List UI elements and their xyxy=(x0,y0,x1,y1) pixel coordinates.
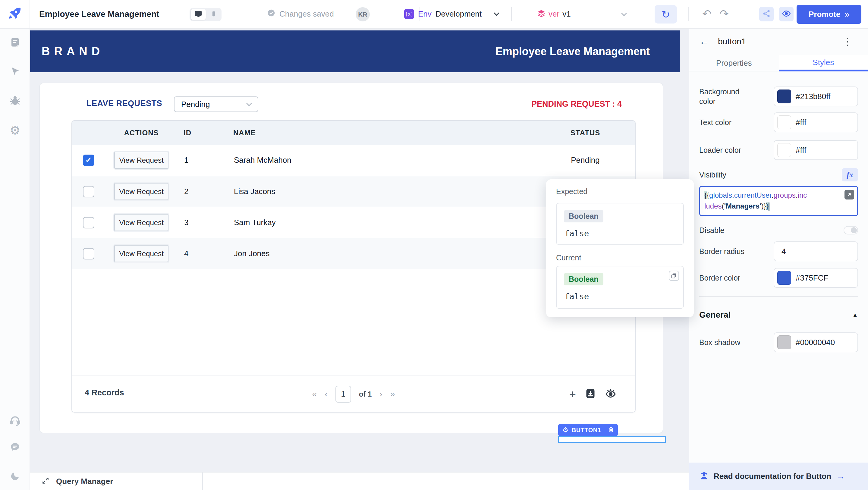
field-visibility: Visibility fx xyxy=(699,168,858,182)
prev-page-button[interactable]: ‹ xyxy=(324,389,327,399)
chevron-down-icon[interactable] xyxy=(621,10,627,16)
desktop-layout-button[interactable] xyxy=(191,9,206,20)
last-page-button[interactable]: » xyxy=(390,389,395,399)
cell-name: Sarah McMahon xyxy=(226,155,535,165)
field-border-radius: Border radius 4 xyxy=(699,241,858,261)
column-header-actions[interactable]: ACTIONS xyxy=(105,129,178,137)
color-swatch xyxy=(777,90,791,103)
share-button[interactable] xyxy=(759,7,774,21)
color-swatch xyxy=(777,335,791,349)
cell-status: Pending xyxy=(535,155,635,165)
page-number-input[interactable]: 1 xyxy=(336,386,351,403)
back-button[interactable]: ← xyxy=(699,36,709,47)
sidebar-item-dark-mode[interactable] xyxy=(10,471,21,482)
version-selector[interactable]: ver v1 xyxy=(537,0,571,28)
field-loader-color: Loader color #fff xyxy=(699,140,858,160)
promote-button[interactable]: Promote » xyxy=(797,5,861,24)
left-sidebar: ⚙ xyxy=(0,29,30,490)
sidebar-item-comments[interactable] xyxy=(10,442,21,453)
device-layout-toggle[interactable] xyxy=(190,8,221,21)
color-swatch xyxy=(777,143,791,157)
layers-icon xyxy=(537,9,546,19)
app-title[interactable]: Employee Leave Management xyxy=(39,0,159,28)
env-label: Env xyxy=(418,9,432,19)
double-chevron-icon: » xyxy=(844,10,849,19)
column-header-id[interactable]: ID xyxy=(178,129,226,137)
disable-toggle[interactable] xyxy=(844,226,858,235)
box-shadow-input[interactable]: #00000040 xyxy=(774,332,858,352)
undo-button[interactable]: ↶ xyxy=(702,8,711,19)
copy-button[interactable] xyxy=(669,271,679,281)
table-footer-actions: + xyxy=(569,375,616,412)
user-avatar[interactable]: KR xyxy=(355,7,370,21)
color-swatch xyxy=(777,115,791,129)
tab-properties[interactable]: Properties xyxy=(689,55,779,71)
widget-settings-icon[interactable]: ⚙ xyxy=(562,427,568,433)
tab-styles[interactable]: Styles xyxy=(779,55,868,71)
general-section-header[interactable]: General ▲ xyxy=(699,310,858,320)
sidebar-item-debugger[interactable] xyxy=(10,96,21,107)
query-manager-toggle[interactable]: Query Manager xyxy=(30,472,203,490)
first-page-button[interactable]: « xyxy=(312,389,317,399)
download-data-button[interactable] xyxy=(585,388,596,400)
view-request-button[interactable]: View Request xyxy=(114,245,168,262)
visibility-inspector-popover: Expected Boolean false Current Boolean f… xyxy=(546,179,694,317)
mobile-layout-button[interactable] xyxy=(208,9,220,20)
border-color-input[interactable]: #375FCF xyxy=(774,268,858,288)
row-checkbox[interactable] xyxy=(83,248,94,259)
delete-widget-button[interactable] xyxy=(608,426,614,434)
sidebar-item-settings[interactable]: ⚙ xyxy=(10,125,21,135)
column-header-name[interactable]: NAME xyxy=(226,129,535,137)
preview-button[interactable] xyxy=(779,7,794,21)
visibility-code-editor[interactable]: {{globals.currentUser.groups.includes('M… xyxy=(699,186,858,216)
view-request-button[interactable]: View Request xyxy=(114,183,168,200)
current-type-badge: Boolean xyxy=(564,273,603,285)
button1-widget[interactable] xyxy=(558,436,666,443)
expand-editor-button[interactable] xyxy=(844,190,854,200)
border-radius-input[interactable]: 4 xyxy=(774,241,858,261)
release-cycle-button[interactable]: ↻ xyxy=(655,5,677,24)
code-token: inc xyxy=(798,191,807,199)
section-divider xyxy=(699,296,858,297)
row-checkbox[interactable] xyxy=(83,186,94,197)
cell-id: 3 xyxy=(178,218,226,227)
field-label: Background color xyxy=(699,87,747,106)
inspector-tabs: Properties Styles xyxy=(689,55,868,71)
fx-button[interactable]: fx xyxy=(842,168,858,181)
view-request-button[interactable]: View Request xyxy=(114,152,168,169)
code-token: currentUser xyxy=(734,191,772,199)
add-row-button[interactable]: + xyxy=(569,389,576,400)
cell-id: 4 xyxy=(178,249,226,258)
redo-button[interactable]: ↷ xyxy=(720,8,729,19)
sidebar-item-inspector[interactable] xyxy=(10,66,21,77)
background-color-input[interactable]: #213b80ff xyxy=(774,87,858,106)
row-checkbox[interactable] xyxy=(83,217,94,228)
text-color-input[interactable]: #fff xyxy=(774,113,858,132)
status-filter-select[interactable]: Pending xyxy=(174,96,258,112)
sidebar-item-pages[interactable] xyxy=(10,38,21,49)
env-icon: [x] xyxy=(404,9,414,19)
sidebar-item-support[interactable] xyxy=(10,416,21,427)
column-header-status[interactable]: STATUS xyxy=(535,129,635,137)
app-logo[interactable] xyxy=(0,0,30,28)
color-value: #00000040 xyxy=(796,338,835,347)
row-checkbox[interactable]: ✓ xyxy=(83,155,94,166)
view-request-button[interactable]: View Request xyxy=(114,214,168,231)
loader-color-input[interactable]: #fff xyxy=(774,140,858,160)
kebab-menu-icon[interactable]: ⋮ xyxy=(843,36,852,47)
expand-diagonal-icon xyxy=(41,477,50,486)
color-swatch xyxy=(777,271,791,285)
documentation-link[interactable]: Read documentation for Button → xyxy=(689,463,868,490)
inspector-header: ← button1 ⋮ xyxy=(689,29,868,55)
manage-columns-eye-button[interactable] xyxy=(605,388,616,400)
cell-name: Jon Jones xyxy=(226,249,535,258)
cell-name: Lisa Jacons xyxy=(226,187,535,196)
field-label: Box shadow xyxy=(699,338,740,347)
table-footer: 4 Records « ‹ 1 of 1 › » + xyxy=(72,375,635,412)
environment-selector[interactable]: [x] Env Development xyxy=(404,0,498,28)
widget-label[interactable]: BUTTON1 xyxy=(572,427,601,434)
app-root: Employee Leave Management Changes saved … xyxy=(0,0,868,490)
next-page-button[interactable]: › xyxy=(379,389,382,399)
divider xyxy=(688,7,689,21)
color-value: #213b80ff xyxy=(796,92,830,101)
